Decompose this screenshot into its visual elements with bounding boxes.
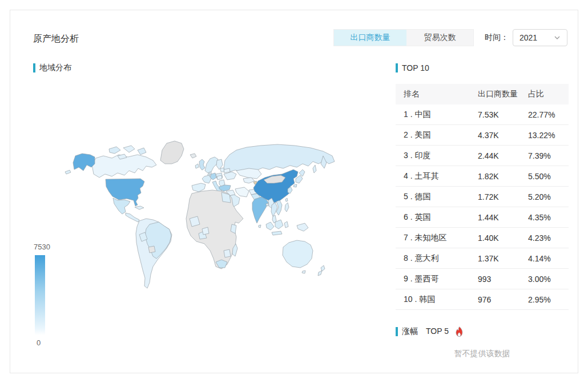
row-rank-name: 6 . 英国	[404, 212, 478, 223]
row-share: 5.50%	[528, 172, 569, 181]
map-region-india[interactable]	[252, 197, 268, 223]
time-filter-label: 时间：	[485, 33, 509, 43]
section-marker	[33, 63, 35, 72]
table-row: 1 . 中国 7.53K 22.77%	[396, 104, 569, 125]
table-row: 2 . 美国 4.37K 13.22%	[396, 125, 569, 146]
row-rank-name: 5 . 德国	[404, 192, 478, 202]
row-value: 976	[478, 295, 528, 304]
map-legend: 7530 0	[33, 243, 56, 347]
map-region-alaska[interactable]	[73, 154, 95, 171]
legend-gradient-bar	[35, 255, 45, 335]
year-select[interactable]: 2021	[513, 29, 567, 46]
table-row: 6 . 英国 1.44K 4.35%	[396, 207, 569, 228]
map-region-mongolia	[264, 175, 285, 183]
row-rank-name: 10 . 韩国	[404, 295, 478, 305]
row-share: 4.35%	[528, 213, 569, 222]
top10-section-title: TOP 10	[396, 63, 429, 72]
map-section-label: 地域分布	[39, 63, 71, 73]
row-value: 1.37K	[478, 254, 528, 263]
row-value: 1.72K	[478, 192, 528, 201]
section-marker	[396, 63, 398, 72]
table-row: 3 . 印度 2.44K 7.39%	[396, 146, 569, 166]
tab-trade-count[interactable]: 贸易次数	[406, 30, 473, 46]
row-value: 1.82K	[478, 172, 528, 181]
table-row: 8 . 意大利 1.37K 4.14%	[396, 248, 569, 269]
header-exporter-count: 出口商数量	[478, 89, 528, 99]
table-row: 4 . 土耳其 1.82K 5.50%	[396, 166, 569, 187]
top10-section-label: TOP 10	[402, 63, 429, 72]
row-share: 3.00%	[528, 275, 569, 284]
legend-max-label: 7530	[34, 243, 56, 251]
header-rank: 排名	[404, 89, 478, 99]
empty-state-text: 暂不提供该数据	[396, 349, 569, 359]
flame-icon	[454, 326, 464, 337]
row-rank-name: 1 . 中国	[404, 110, 478, 120]
table-row: 5 . 德国 1.72K 5.20%	[396, 187, 569, 207]
row-rank-name: 2 . 美国	[404, 130, 478, 140]
tab-exporter-count[interactable]: 出口商数量	[334, 30, 406, 46]
page-title: 原产地分析	[33, 33, 79, 45]
map-section-title: 地域分布	[33, 63, 71, 72]
row-rank-name: 4 . 土耳其	[404, 171, 478, 182]
map-region-greenland	[160, 141, 184, 164]
row-share: 7.39%	[528, 151, 569, 160]
origin-analysis-page: 原产地分析 出口商数量 贸易次数 时间： 2021 地域分布	[0, 0, 588, 383]
row-value: 2.44K	[478, 151, 528, 160]
table-row: 9 . 墨西哥 993 3.00%	[396, 269, 569, 289]
legend-min-label: 0	[37, 338, 56, 347]
section-marker	[396, 327, 398, 336]
map-region-france	[202, 175, 211, 183]
row-value: 7.53K	[478, 110, 528, 119]
row-value: 1.44K	[478, 213, 528, 222]
map-region-spain	[192, 183, 206, 192]
row-rank-name: 8 . 意大利	[404, 253, 478, 264]
table-row: 10 . 韩国 976 2.95%	[396, 289, 569, 310]
map-region-uk[interactable]	[199, 159, 205, 170]
world-map[interactable]	[55, 139, 374, 322]
header-share: 占比	[528, 89, 569, 99]
row-rank-name: 7 . 未知地区	[404, 233, 478, 243]
row-share: 5.20%	[528, 192, 569, 201]
growth-section-label: 涨幅TOP 5	[402, 326, 449, 337]
row-value: 4.37K	[478, 131, 528, 140]
map-region-mexico[interactable]	[113, 198, 130, 214]
row-share: 22.77%	[528, 110, 569, 119]
row-rank-name: 3 . 印度	[404, 151, 478, 161]
row-share: 13.22%	[528, 131, 569, 140]
row-rank-name: 9 . 墨西哥	[404, 274, 478, 284]
row-share: 2.95%	[528, 295, 569, 304]
growth-section-title: 涨幅TOP 5	[396, 327, 464, 336]
row-share: 4.23%	[528, 233, 569, 243]
year-select-value: 2021	[519, 33, 554, 42]
time-filter: 时间： 2021	[485, 29, 509, 46]
origin-analysis-card: 原产地分析 出口商数量 贸易次数 时间： 2021 地域分布	[10, 10, 578, 373]
map-region-russia	[224, 144, 335, 172]
row-value: 1.40K	[478, 233, 528, 243]
map-region-australia	[283, 240, 313, 268]
row-share: 4.14%	[528, 254, 569, 263]
chevron-down-icon	[554, 34, 561, 41]
top10-table: 排名 出口商数量 占比 1 . 中国 7.53K 22.77% 2 . 美国 4…	[396, 84, 569, 310]
row-value: 993	[478, 275, 528, 284]
table-row: 7 . 未知地区 1.40K 4.23%	[396, 228, 569, 248]
metric-tabs: 出口商数量 贸易次数	[333, 29, 474, 46]
table-header-row: 排名 出口商数量 占比	[396, 84, 569, 104]
